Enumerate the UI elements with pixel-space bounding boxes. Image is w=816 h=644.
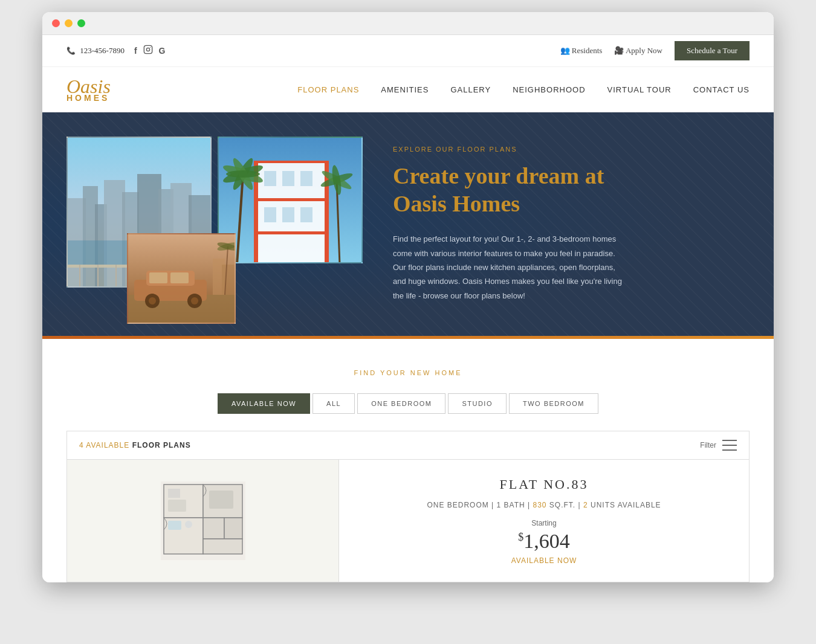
svg-rect-29 (264, 171, 276, 186)
svg-rect-56 (222, 265, 236, 295)
svg-rect-49 (149, 272, 167, 283)
svg-point-54 (191, 297, 198, 304)
browser-window: 📞 123-456-7890 f G 👥 Residents (42, 12, 774, 582)
apply-now-link[interactable]: 🎥 Apply Now (614, 46, 662, 56)
phone-number[interactable]: 📞 123-456-7890 (66, 46, 125, 56)
svg-point-2 (150, 47, 151, 48)
svg-rect-50 (170, 272, 189, 283)
minimize-button[interactable] (65, 19, 73, 27)
card-image (67, 460, 339, 582)
nav-virtual-tour[interactable]: VIRTUAL TOUR (607, 85, 672, 94)
svg-rect-71 (185, 521, 192, 528)
hero-description: Find the perfect layout for you! Our 1-,… (393, 232, 623, 303)
tab-one-bedroom[interactable]: ONE BEDROOM (357, 393, 445, 414)
card-available-status: Available Now (511, 556, 577, 565)
tab-two-bedroom[interactable]: TWO BEDROOM (509, 393, 598, 414)
floor-plan-card: FLAT NO.83 ONE BEDROOM | 1 BATH | 830 SQ… (66, 460, 750, 582)
hero-image-palms (218, 137, 363, 263)
svg-rect-34 (300, 207, 312, 222)
nav-contact-us[interactable]: CONTACT US (693, 85, 750, 94)
hero-images (66, 137, 369, 312)
floor-plan-blueprint (161, 481, 245, 560)
card-starting-label: Starting (531, 519, 556, 527)
main-header: Oasis HOMES FLOOR PLANS AMENITIES GALLER… (42, 67, 774, 112)
available-count-text: 4 AVAILABLE FLOOR PLANS (79, 441, 191, 449)
card-specs: ONE BEDROOM | 1 BATH | 830 SQ.FT. | 2 UN… (427, 501, 661, 509)
hero-image-retro (127, 233, 236, 324)
svg-rect-31 (300, 171, 312, 186)
section-label: FIND YOUR NEW HOME (66, 369, 750, 376)
maximize-button[interactable] (77, 19, 85, 27)
nav-floor-plans[interactable]: FLOOR PLANS (297, 85, 359, 94)
tab-available-now[interactable]: AVAILABLE NOW (218, 393, 310, 414)
logo: Oasis HOMES (66, 77, 111, 102)
svg-rect-65 (224, 518, 242, 539)
tab-studio[interactable]: STUDIO (448, 393, 507, 414)
nav-amenities[interactable]: AMENITIES (381, 85, 429, 94)
svg-rect-70 (168, 521, 181, 530)
filter-label: Filter (700, 441, 716, 449)
filter-tabs: AVAILABLE NOW ALL ONE BEDROOM STUDIO TWO… (66, 393, 750, 414)
logo-homes: HOMES (66, 94, 111, 102)
filter-icon[interactable] (722, 440, 737, 451)
tab-all[interactable]: ALL (312, 393, 355, 414)
social-icons: f G (134, 45, 166, 57)
apply-icon: 🎥 (614, 46, 626, 55)
top-bar-right: 👥 Residents 🎥 Apply Now Schedule a Tour (560, 41, 750, 60)
svg-point-52 (149, 297, 156, 304)
main-nav: FLOOR PLANS AMENITIES GALLERY NEIGHBORHO… (297, 85, 750, 94)
svg-rect-30 (282, 171, 294, 186)
hero-eyebrow: EXPLORE OUR FLOOR PLANS (393, 146, 750, 153)
svg-rect-7 (104, 180, 125, 288)
facebook-icon[interactable]: f (134, 46, 137, 56)
svg-rect-67 (168, 489, 180, 498)
filter-right: Filter (700, 440, 737, 451)
card-title: FLAT NO.83 (500, 477, 589, 492)
hero-title: Create your dream at Oasis Homes (393, 163, 750, 217)
svg-rect-27 (255, 198, 328, 201)
svg-rect-0 (144, 45, 152, 53)
svg-point-40 (226, 170, 260, 178)
top-bar: 📞 123-456-7890 f G 👥 Residents (42, 35, 774, 67)
svg-rect-64 (203, 518, 224, 539)
top-bar-left: 📞 123-456-7890 f G (66, 45, 165, 57)
instagram-icon[interactable] (143, 45, 153, 57)
available-bar: 4 AVAILABLE FLOOR PLANS Filter (66, 431, 750, 460)
browser-chrome (42, 12, 774, 35)
hero-content: EXPLORE OUR FLOOR PLANS Create your drea… (393, 146, 750, 303)
google-icon[interactable]: G (159, 46, 166, 56)
card-price: $1,604 (518, 530, 570, 553)
svg-rect-66 (203, 539, 242, 554)
svg-rect-33 (282, 207, 294, 222)
floor-plans-section: FIND YOUR NEW HOME AVAILABLE NOW ALL ONE… (42, 339, 774, 582)
svg-rect-68 (168, 500, 186, 512)
svg-point-1 (146, 48, 149, 51)
svg-rect-32 (264, 207, 276, 222)
residents-icon: 👥 (560, 46, 572, 55)
nav-neighborhood[interactable]: NEIGHBORHOOD (513, 85, 585, 94)
card-info: FLAT NO.83 ONE BEDROOM | 1 BATH | 830 SQ… (339, 460, 749, 582)
residents-link[interactable]: 👥 Residents (560, 46, 603, 56)
schedule-tour-button[interactable]: Schedule a Tour (675, 41, 750, 60)
phone-icon: 📞 (66, 47, 76, 55)
close-button[interactable] (52, 19, 60, 27)
hero-section: EXPLORE OUR FLOOR PLANS Create your drea… (42, 112, 774, 336)
svg-rect-28 (255, 231, 328, 234)
svg-rect-69 (209, 491, 233, 509)
nav-gallery[interactable]: GALLERY (450, 85, 491, 94)
